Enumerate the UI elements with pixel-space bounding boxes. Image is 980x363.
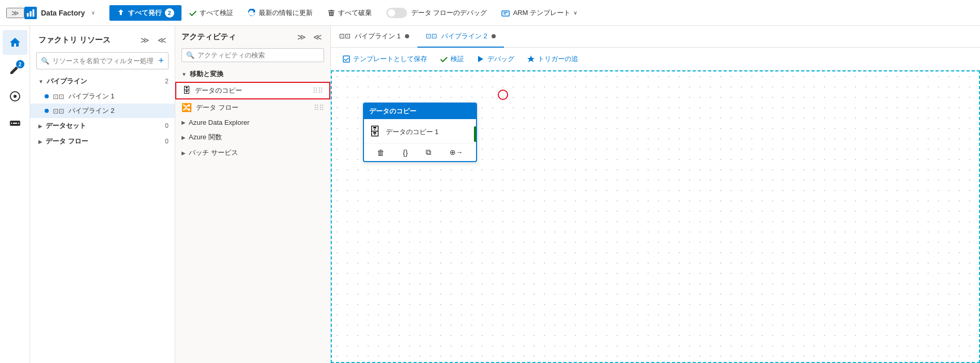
resources-search-input[interactable] [52,57,153,65]
sidebar-item-home[interactable] [3,30,27,55]
node-delete-button[interactable]: 🗑 [374,147,388,158]
svg-marker-7 [478,56,483,62]
activities-section-azure-functions[interactable]: ▶ Azure 関数 [175,129,330,145]
batch-service-chevron-icon: ▶ [181,150,186,156]
move-transform-label: 移動と変換 [190,69,223,79]
canvas-debug-button[interactable]: デバッグ [471,52,520,66]
publish-label: すべて発行 [128,8,162,18]
dataflow-count: 0 [165,138,169,145]
activity-item-data-copy[interactable]: 🗄 データのコピー ⠿⠿ [175,82,330,99]
pipeline-item-2[interactable]: ⊡⊡ パイプライン 2 [30,104,175,118]
activities-search-input[interactable] [198,51,319,59]
activity-node-data-copy[interactable]: データのコピー 🗄 データのコピー 1 🗑 {} ⧉ ⊕→ [363,103,477,162]
pipeline-item-1[interactable]: ⊡⊡ パイプライン 1 [30,89,175,104]
azure-functions-chevron-icon: ▶ [181,135,186,140]
canvas-debug-icon [477,55,485,63]
sidebar-item-monitor[interactable] [3,84,27,109]
canvas-area: ⊡⊡ パイプライン 1 ⊡⊡ パイプライン 2 テンプレートとして保存 [331,26,980,363]
data-copy-drag-handle[interactable]: ⠿⠿ [313,86,323,95]
search-icon: 🔍 [41,57,49,65]
app-name-chevron[interactable]: ∨ [91,10,95,16]
tab-pipeline-2-unsaved-dot [492,34,496,38]
azure-explorer-chevron-icon: ▶ [181,120,186,125]
app-logo-area: Data Factory ∨ [24,7,103,19]
author-badge: 2 [16,60,24,68]
activity-node-body: 🗄 データのコピー 1 [364,119,476,143]
discard-label: すべて破棄 [338,8,372,18]
canvas-validate-icon [440,55,448,63]
activities-section-azure-explorer[interactable]: ▶ Azure Data Explorer [175,115,330,129]
activities-search-box: 🔍 [181,48,324,62]
arm-icon [501,9,510,17]
tab-pipeline-2[interactable]: ⊡⊡ パイプライン 2 [417,26,504,48]
svg-rect-2 [33,9,35,16]
collapse-resources-button2[interactable]: ≪ [156,34,169,46]
batch-service-label: バッチ サービス [189,148,238,157]
dataflow-section-header[interactable]: ▶ データ フロー 0 [30,134,175,149]
svg-rect-1 [30,11,32,17]
refresh-button[interactable]: 最新の情報に更新 [241,0,320,26]
publish-button[interactable]: すべて発行 2 [109,5,181,21]
debug-toggle[interactable] [386,8,407,18]
datasets-section-label: データセット [46,121,86,130]
activities-section-move-transform[interactable]: ▼ 移動と変換 [175,66,330,82]
pipelines-chevron-icon: ▼ [38,79,44,84]
pipelines-section-header[interactable]: ▼ パイプライン 2 [30,74,175,89]
datasets-chevron-icon: ▶ [38,123,43,129]
resources-panel: ファクトリ リソース ≫ ≪ 🔍 + ▼ パイプライン 2 ⊡⊡ [30,26,175,363]
tab-pipeline-2-label: パイプライン 2 [441,32,487,41]
data-flow-drag-handle[interactable]: ⠿⠿ [314,104,324,112]
expand-sidebar-button[interactable]: ≫ [6,8,24,18]
tab-bar: ⊡⊡ パイプライン 1 ⊡⊡ パイプライン 2 [331,26,980,48]
pipelines-section: ▼ パイプライン 2 ⊡⊡ パイプライン 1 ⊡⊡ パイプライン 2 [30,74,175,118]
dataflow-section-label: データ フロー [46,137,88,146]
arm-chevron-icon: ∨ [573,10,577,16]
node-params-button[interactable]: {} [400,147,411,158]
pipeline-2-icon: ⊡⊡ [53,107,64,115]
pipeline-1-icon: ⊡⊡ [53,93,64,100]
add-resource-button[interactable]: + [158,55,164,66]
canvas-toolbar: テンプレートとして保存 検証 デバッグ トリガーの追 [331,48,980,70]
azure-functions-label: Azure 関数 [189,133,222,142]
main-layout: 2 ファクトリ リソース ≫ ≪ 🔍 + [0,26,980,363]
canvas-trigger-button[interactable]: トリガーの追 [522,52,583,66]
save-template-button[interactable]: テンプレートとして保存 [337,52,432,66]
sidebar-item-author[interactable]: 2 [3,57,27,82]
node-copy-button[interactable]: ⧉ [423,147,435,158]
pipeline-2-name: パイプライン 2 [68,106,115,115]
tab-pipeline-1-unsaved-dot [405,34,409,38]
activity-item-data-flow[interactable]: 🔀 データ フロー ⠿⠿ [175,99,330,115]
pipelines-count: 2 [165,78,169,85]
discard-button[interactable]: すべて破棄 [320,0,379,26]
pipeline-1-name: パイプライン 1 [68,92,115,101]
canvas-workspace[interactable]: データのコピー 🗄 データのコピー 1 🗑 {} ⧉ ⊕→ [331,70,980,363]
sidebar-item-manage[interactable] [3,111,27,136]
collapse-activities-btn[interactable]: ≫ [295,31,308,43]
resources-search-box: 🔍 + [36,52,169,69]
svg-rect-6 [343,56,349,62]
discard-icon [327,9,335,17]
publish-badge: 2 [165,8,174,18]
arm-template-label: ARM テンプレート [513,8,570,18]
activities-section-batch-service[interactable]: ▶ バッチ サービス [175,145,330,161]
tab-pipeline-1[interactable]: ⊡⊡ パイプライン 1 [331,26,417,48]
collapse-resources-button[interactable]: ≫ [138,34,151,46]
canvas-validate-button[interactable]: 検証 [435,52,469,66]
node-connect-button[interactable]: ⊕→ [446,147,466,157]
collapse-activities-btn2[interactable]: ≪ [311,31,324,43]
dataflow-chevron-icon: ▶ [38,139,43,144]
svg-rect-3 [502,11,509,16]
move-transform-chevron-icon: ▼ [181,71,187,77]
activities-panel: アクティビティ ≫ ≪ 🔍 ▼ 移動と変換 🗄 データのコピー ⠿⠿ [175,26,331,363]
arm-template-button[interactable]: ARM テンプレート ∨ [494,8,584,18]
validate-all-button[interactable]: すべて検証 [181,0,241,26]
activity-node-footer: 🗑 {} ⧉ ⊕→ [364,143,476,161]
refresh-icon [248,9,256,17]
topbar: ≫ Data Factory ∨ すべて発行 2 すべて検証 最新の情報に [0,0,980,26]
activity-node-header: データのコピー [364,104,476,119]
pipeline-2-dot [45,109,49,113]
datasets-section-header[interactable]: ▶ データセット 0 [30,118,175,134]
pipelines-section-label: パイプライン [47,77,87,86]
toggle-thumb [388,9,395,17]
validate-icon [189,9,197,17]
